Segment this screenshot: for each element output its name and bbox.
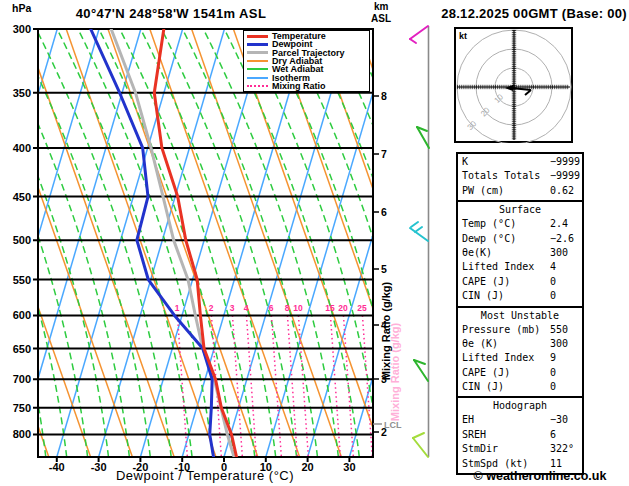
temp-tick-label: -30: [91, 461, 107, 473]
stats-label: CIN (J): [462, 380, 550, 394]
stats-value: −9999: [550, 155, 580, 169]
stats-value: 322°: [550, 442, 578, 456]
stats-row: StmDir322°: [458, 442, 582, 456]
chart-legend: TemperatureDewpointParcel TrajectoryDry …: [243, 30, 370, 92]
mixing-ratio-label: 8: [285, 303, 290, 313]
stats-row: θe (K)300: [458, 337, 582, 351]
stats-value: 300: [550, 337, 578, 351]
stats-label: EH: [462, 413, 550, 427]
skewt-page: hPa 40°47'N 248°58'W 1541m ASL km ASL 28…: [0, 0, 629, 486]
stats-row: Temp (°C)2.4: [458, 217, 582, 231]
km-tick-label: 6: [381, 206, 387, 218]
mixing-ratio-label: 15: [325, 303, 335, 313]
pressure-tick-label: 800: [13, 428, 31, 440]
hodograph: 102030kt: [454, 27, 573, 143]
stats-section-title: Most Unstable: [458, 309, 582, 323]
pressure-tick-label: 550: [13, 274, 31, 286]
stats-row: SREH6: [458, 428, 582, 442]
mixing-ratio-label: 25: [357, 303, 367, 313]
stats-label: K: [462, 155, 550, 169]
stats-row: Totals Totals−9999: [458, 169, 582, 183]
legend-line-sample: [247, 77, 268, 79]
legend-line-sample: [247, 35, 268, 38]
wind-barb: [411, 222, 418, 227]
dry-adiabat-line: [401, 29, 450, 457]
stats-label: CAPE (J): [462, 275, 550, 289]
mixing-ratio-label: 4: [244, 303, 249, 313]
mixing-ratio-line: [271, 315, 281, 457]
legend-line-sample: [247, 60, 268, 62]
pressure-tick-label: 650: [13, 343, 31, 355]
stats-value: 6: [550, 428, 578, 442]
wind-barb: [413, 433, 424, 438]
stats-row: Dewp (°C)−2.6: [458, 232, 582, 246]
stats-value: 0: [550, 275, 578, 289]
stats-label: StmDir: [462, 442, 550, 456]
stats-label: Lifted Index: [462, 260, 550, 274]
stats-row: CAPE (J)0: [458, 366, 582, 380]
wet-adiabat-line: [0, 29, 4, 457]
stats-row: CIN (J)0: [458, 289, 582, 303]
stats-row: CIN (J)0: [458, 380, 582, 394]
legend-label: Mixing Ratio: [272, 82, 326, 90]
wind-barb: [410, 39, 416, 43]
stats-row: PW (cm)0.62: [458, 184, 582, 198]
stats-section: HodographEH−30SREH6StmDir322°StmSpd (kt)…: [458, 396, 582, 473]
km-tick-label: 8: [381, 90, 387, 102]
wind-barb: [410, 26, 428, 39]
km-tick-label: 7: [381, 148, 387, 160]
mixing-ratio-label: 2: [209, 303, 214, 313]
stats-value: 0.62: [550, 184, 578, 198]
stats-row: Pressure (mb)550: [458, 323, 582, 337]
pressure-tick-label: 450: [13, 191, 31, 203]
stats-value: 300: [550, 246, 578, 260]
stats-section: SurfaceTemp (°C)2.4Dewp (°C)−2.6θe(K)300…: [458, 200, 582, 305]
mixing-ratio-label: 10: [293, 303, 303, 313]
stats-value: 2.4: [550, 217, 578, 231]
stats-value: 9: [550, 351, 578, 365]
stats-label: PW (cm): [462, 184, 550, 198]
hodograph-unit-label: kt: [459, 31, 467, 41]
temp-tick-label: 20: [301, 461, 313, 473]
stats-label: CIN (J): [462, 289, 550, 303]
stats-row: EH−30: [458, 413, 582, 427]
pressure-tick-label: 300: [13, 23, 31, 35]
stats-section-title: Hodograph: [458, 399, 582, 413]
stats-section: Most UnstablePressure (mb)550θe (K)300Li…: [458, 306, 582, 397]
mixing-axis-label: Mixing Ratio (g/kg): [380, 281, 392, 380]
stats-row: K−9999: [458, 155, 582, 169]
legend-item: Mixing Ratio: [244, 82, 369, 90]
stats-row: θe(K)300: [458, 246, 582, 260]
legend-line-sample: [247, 51, 268, 54]
stats-row: Lifted Index9: [458, 351, 582, 365]
temp-tick-label: 30: [343, 461, 355, 473]
stats-panel: K−9999Totals Totals−9999PW (cm)0.62Surfa…: [456, 152, 584, 475]
stats-label: CAPE (J): [462, 366, 550, 380]
wind-barb: [415, 227, 422, 232]
datetime-label: 28.12.2025 00GMT (Base: 00): [441, 6, 627, 21]
legend-line-sample: [247, 68, 268, 70]
pressure-tick-label: 350: [13, 87, 31, 99]
mixing-ratio-label: 1: [175, 303, 180, 313]
stats-label: θe(K): [462, 246, 550, 260]
mixing-ratio-label: 3: [230, 303, 235, 313]
pressure-tick-label: 500: [13, 234, 31, 246]
mixing-ratio-label: 6: [269, 303, 274, 313]
stats-label: θe (K): [462, 337, 550, 351]
pressure-tick-label: 700: [13, 373, 31, 385]
temp-axis-title: Dewpoint / Temperature (°C): [116, 468, 294, 483]
wet-adiabat-line: [412, 29, 450, 457]
stats-label: Totals Totals: [462, 169, 550, 183]
mixing-ratio-line: [330, 315, 340, 457]
legend-line-sample: [247, 85, 268, 87]
dry-adiabat-line: [0, 29, 7, 457]
stats-label: SREH: [462, 428, 550, 442]
km-tick-label: 5: [381, 263, 387, 275]
mixing-ratio-line: [177, 315, 187, 457]
stats-value: 0: [550, 380, 578, 394]
stats-label: Temp (°C): [462, 217, 550, 231]
stats-value: −2.6: [550, 232, 578, 246]
pressure-tick-label: 600: [13, 309, 31, 321]
stats-label: Dewp (°C): [462, 232, 550, 246]
stats-value: 4: [550, 260, 578, 274]
